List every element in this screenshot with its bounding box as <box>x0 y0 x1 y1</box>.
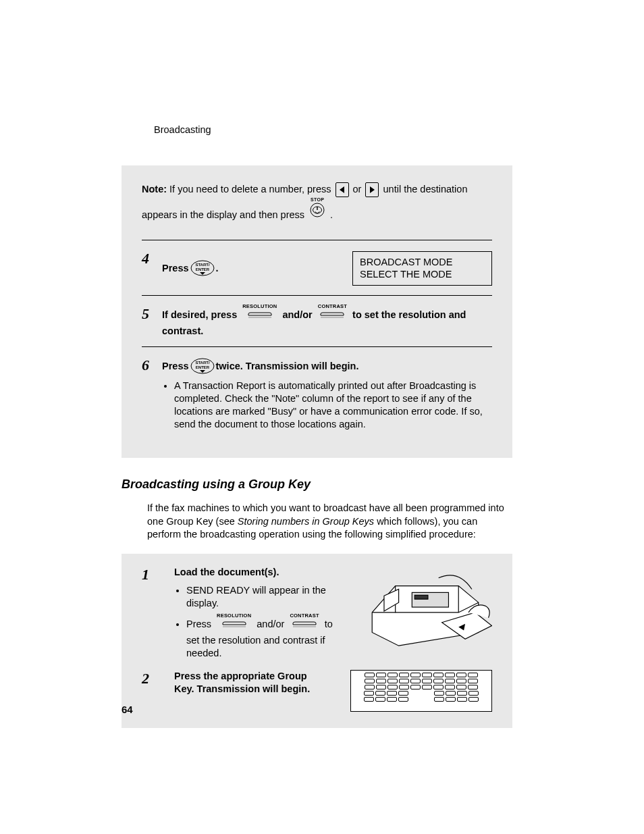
fax-machine-illustration-icon <box>358 566 492 656</box>
running-head: Broadcasting <box>154 124 211 136</box>
resolution-label: RESOLUTION <box>242 304 277 309</box>
procedure-box-1: Note: If you need to delete a number, pr… <box>122 165 512 458</box>
svg-marker-0 <box>340 186 344 193</box>
step1-bullet1: SEND READY will appear in the display. <box>186 584 346 610</box>
contrast-label: CONTRAST <box>318 304 347 309</box>
note-or: or <box>350 184 365 194</box>
resolution-button-icon: RESOLUTION <box>242 304 277 321</box>
intro-ital: Storing numbers in Group Keys <box>238 516 374 527</box>
note-text-1: If you need to delete a number, press <box>167 184 333 194</box>
s1b2-andor: and/or <box>257 619 287 629</box>
divider <box>142 295 492 296</box>
right-arrow-key-icon <box>365 182 379 197</box>
left-arrow-key-icon <box>336 182 349 197</box>
svg-marker-14 <box>200 370 205 373</box>
procedure-box-2: 1 Load the document(s). SEND READY will … <box>122 554 512 729</box>
svg-rect-15 <box>223 626 246 627</box>
step-number: 5 <box>142 305 162 321</box>
resolution-button-icon: RESOLUTION <box>217 613 251 631</box>
svg-rect-16 <box>293 626 316 627</box>
section-heading: Broadcasting using a Group Key <box>122 477 512 492</box>
step-number: 6 <box>142 357 162 373</box>
note-label: Note: <box>142 184 167 194</box>
group-step-2: 2 Press the appropriate Group Key. Trans… <box>142 670 492 712</box>
section-intro: If the fax machines to which you want to… <box>147 502 512 542</box>
step6-text-b: twice. Transmission will begin. <box>216 360 359 373</box>
svg-marker-1 <box>370 186 375 193</box>
step5-andor: and/or <box>282 309 315 320</box>
step-6: 6 Press START/ ENTER twice. Transmission… <box>142 357 492 437</box>
group-step-1: 1 Load the document(s). SEND READY will … <box>142 566 492 667</box>
start-enter-button-icon: START/ ENTER <box>190 260 215 276</box>
svg-marker-8 <box>200 272 205 275</box>
step-number: 1 <box>142 566 162 582</box>
note-box: Note: If you need to delete a number, pr… <box>142 178 492 230</box>
svg-rect-10 <box>321 317 344 318</box>
manual-page: Broadcasting Note: If you need to delete… <box>0 0 644 834</box>
divider <box>142 240 492 240</box>
step-4: 4 Press START/ ENTER . BROADC <box>142 250 492 286</box>
step-number: 4 <box>142 250 162 266</box>
step5-text-a: If desired, press <box>162 309 240 320</box>
svg-text:START/: START/ <box>195 361 210 365</box>
step6-text-a: Press <box>162 360 189 373</box>
step1-head: Load the document(s). <box>174 566 346 579</box>
stop-label: STOP <box>310 197 325 202</box>
step4-text-a: Press <box>162 262 189 275</box>
divider <box>142 346 492 347</box>
svg-text:ENTER: ENTER <box>195 267 209 271</box>
contrast-button-icon: CONTRAST <box>290 613 319 631</box>
svg-rect-17 <box>412 592 448 607</box>
start-enter-button-icon: START/ ENTER <box>190 358 215 374</box>
svg-rect-9 <box>248 317 271 318</box>
lcd-line1: BROADCAST MODE <box>360 256 485 269</box>
rapid-key-panel-icon <box>350 670 492 712</box>
svg-text:ENTER: ENTER <box>195 365 209 369</box>
step1-bullet2: Press RESOLUTION and/or CONTRAST to set … <box>186 616 346 659</box>
lcd-display: BROADCAST MODE SELECT THE MODE <box>352 251 492 286</box>
stop-button-icon: STOP <box>310 197 325 226</box>
s1b2-a: Press <box>186 619 214 629</box>
step4-text-b: . <box>216 262 219 275</box>
step-5: 5 If desired, press RESOLUTION and/or CO… <box>142 305 492 337</box>
lcd-line2: SELECT THE MODE <box>360 268 485 281</box>
svg-text:START/: START/ <box>195 263 210 267</box>
page-number: 64 <box>122 703 133 716</box>
step6-bullets: A Transaction Report is automatically pr… <box>162 380 492 430</box>
note-period: . <box>327 209 333 220</box>
step-number: 2 <box>142 670 162 686</box>
step6-bullet: A Transaction Report is automatically pr… <box>174 380 492 430</box>
step2-head: Press the appropriate Group Key. Transmi… <box>174 670 329 696</box>
contrast-button-icon: CONTRAST <box>318 304 347 321</box>
svg-rect-18 <box>414 595 428 599</box>
